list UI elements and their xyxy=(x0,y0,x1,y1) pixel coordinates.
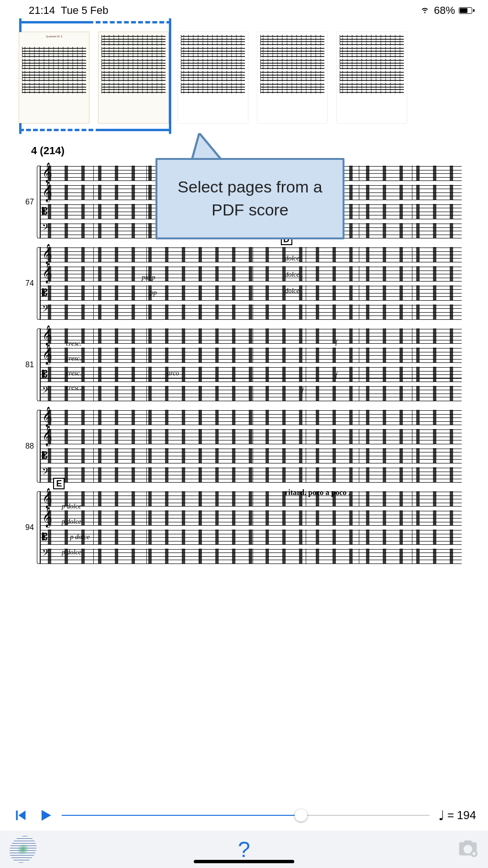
tempo-value: 194 xyxy=(457,809,476,822)
expression-text: ritard. poco a poco . xyxy=(285,488,350,497)
play-button[interactable] xyxy=(37,807,53,823)
battery-percent: 68% xyxy=(434,4,455,17)
tempo-equals: = xyxy=(447,809,454,822)
expression-text: p dolce xyxy=(70,533,90,541)
clef-icon: 𝄢 xyxy=(42,467,49,478)
clef-icon: 𝄢 xyxy=(42,223,49,234)
staff: 𝄢 xyxy=(41,386,462,401)
clef-icon: 𝄞 xyxy=(42,183,52,200)
expression-text: p dolce xyxy=(62,549,81,556)
callout-text: Select pages from a PDF score xyxy=(167,176,333,221)
home-indicator xyxy=(194,860,294,863)
expression-text: dolce xyxy=(285,271,299,279)
staff: 𝄢 xyxy=(41,467,462,483)
status-time: 21:14 xyxy=(29,4,55,17)
clef-icon: 𝄡 xyxy=(42,451,47,460)
expression-text: più p xyxy=(142,274,155,282)
rehearsal-mark: E xyxy=(53,478,65,489)
clef-icon: 𝄞 xyxy=(42,408,52,425)
pdf-page-thumbnails: Quartett Nr 2 xyxy=(0,20,488,135)
expression-text: cresc. xyxy=(66,340,82,348)
wifi-icon xyxy=(420,4,430,17)
progress-slider[interactable] xyxy=(62,808,430,823)
measure-number: 94 xyxy=(25,523,34,532)
tempo-display[interactable]: ♩ = 194 xyxy=(438,808,476,823)
expression-text: f xyxy=(335,339,337,347)
score-system: 81𝄞𝄞𝄡𝄢cresc.cresc.cresc.cresc.arcofff xyxy=(26,328,462,401)
clef-icon: 𝄞 xyxy=(42,164,52,181)
clef-icon: 𝄡 xyxy=(42,288,47,297)
clef-icon: 𝄞 xyxy=(42,427,52,444)
tooltip-callout: Select pages from a PDF score xyxy=(155,134,344,239)
clef-icon: 𝄢 xyxy=(42,304,49,316)
staff: 𝄞 xyxy=(41,247,462,262)
expression-text: dolce xyxy=(285,287,299,295)
score-system: 88𝄞𝄞𝄡𝄢 xyxy=(26,410,462,483)
clef-icon: 𝄞 xyxy=(42,508,52,526)
expression-text: dolce xyxy=(285,255,299,262)
thumb-title: Quartett Nr 2 xyxy=(22,35,86,45)
measure-number: 74 xyxy=(25,279,34,288)
expression-text: cresc. xyxy=(66,384,82,392)
score-system: 94E𝄞𝄞𝄡𝄢p dolcep dolcep dolcep dolceritar… xyxy=(26,491,462,564)
staff: 𝄡 xyxy=(41,530,462,545)
pdf-thumb-5[interactable] xyxy=(337,32,407,123)
expression-text: cresc. xyxy=(66,355,82,362)
staff: 𝄞 xyxy=(41,510,462,526)
bottom-toolbar: ? xyxy=(0,831,488,868)
expression-text: f xyxy=(335,372,337,379)
clef-icon: 𝄞 xyxy=(42,489,52,507)
staff: 𝄡 xyxy=(41,448,462,463)
staff: 𝄡 xyxy=(41,367,462,382)
score-system: 74D𝄞𝄞𝄡𝄢più pppdolcedolcedolce xyxy=(26,247,462,320)
pdf-thumb-3[interactable] xyxy=(178,32,248,123)
expression-text: f xyxy=(302,387,304,395)
camera-add-button[interactable] xyxy=(457,838,478,861)
staff: 𝄞 xyxy=(41,491,462,507)
measure-number: 67 xyxy=(25,198,34,206)
clef-icon: 𝄢 xyxy=(42,548,49,560)
expression-text: p dolce xyxy=(62,518,81,526)
help-button[interactable]: ? xyxy=(238,836,250,862)
staff: 𝄞 xyxy=(41,410,462,425)
skip-back-button[interactable] xyxy=(12,807,28,823)
staff: 𝄢 xyxy=(41,304,462,320)
expression-text: p dolce xyxy=(62,503,81,510)
pdf-thumb-2[interactable] xyxy=(99,32,168,123)
status-date: Tue 5 Feb xyxy=(61,4,108,17)
pdf-thumb-1[interactable]: Quartett Nr 2 xyxy=(19,32,89,123)
clef-icon: 𝄡 xyxy=(42,532,47,541)
clef-icon: 𝄡 xyxy=(42,369,47,379)
app-logo-button[interactable] xyxy=(10,836,36,863)
clef-icon: 𝄢 xyxy=(42,385,49,397)
status-bar: 21:14 Tue 5 Feb 68% xyxy=(0,0,488,19)
expression-text: pp xyxy=(150,289,157,297)
quarter-note-icon: ♩ xyxy=(438,808,444,823)
measure-number: 81 xyxy=(25,361,34,369)
clef-icon: 𝄞 xyxy=(42,264,52,282)
pdf-thumb-4[interactable] xyxy=(257,32,327,123)
expression-text: arco xyxy=(167,370,179,377)
staff: 𝄞 xyxy=(41,429,462,444)
clef-icon: 𝄞 xyxy=(42,245,52,262)
expression-text: cresc. xyxy=(66,370,82,377)
staff: 𝄞 xyxy=(41,266,462,282)
clef-icon: 𝄞 xyxy=(42,346,52,363)
clef-icon: 𝄡 xyxy=(42,206,47,216)
battery-icon xyxy=(459,7,475,14)
clef-icon: 𝄞 xyxy=(42,327,52,344)
staff: 𝄢 xyxy=(41,549,462,564)
staff: 𝄡 xyxy=(41,285,462,301)
staff: 𝄞 xyxy=(41,348,462,363)
staff: 𝄞 xyxy=(41,328,462,344)
measure-number: 88 xyxy=(25,442,34,451)
playback-bar: ♩ = 194 xyxy=(0,800,488,831)
